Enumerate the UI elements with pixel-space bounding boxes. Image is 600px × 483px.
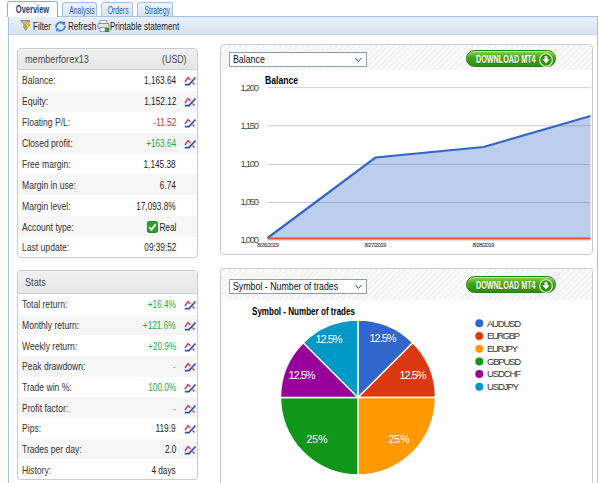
- svg-text:25%: 25%: [388, 433, 409, 445]
- svg-text:EURJPY: EURJPY: [487, 343, 519, 354]
- svg-text:Symbol - Number of trades: Symbol - Number of trades: [252, 305, 355, 317]
- svg-text:EURGBP: EURGBP: [487, 330, 520, 341]
- svg-text:USDJPY: USDJPY: [487, 381, 520, 392]
- svg-text:8/28/2019: 8/28/2019: [472, 242, 495, 248]
- svg-text:8/26/2019: 8/26/2019: [257, 242, 280, 248]
- svg-text:GBPUSD: GBPUSD: [487, 356, 521, 367]
- svg-text:12.5%: 12.5%: [316, 333, 343, 345]
- svg-text:1,100: 1,100: [241, 158, 260, 169]
- svg-text:1,200: 1,200: [241, 82, 260, 93]
- svg-text:12.5%: 12.5%: [400, 369, 427, 381]
- svg-text:USDCHF: USDCHF: [487, 368, 521, 379]
- svg-text:12.5%: 12.5%: [370, 332, 397, 344]
- svg-text:1,050: 1,050: [241, 196, 260, 207]
- svg-text:25%: 25%: [306, 433, 327, 445]
- svg-text:1,150: 1,150: [241, 120, 260, 131]
- svg-text:Balance: Balance: [265, 74, 298, 86]
- svg-text:12.5%: 12.5%: [289, 369, 316, 381]
- svg-text:AUDUSD: AUDUSD: [487, 318, 521, 329]
- svg-text:8/27/2019: 8/27/2019: [364, 242, 387, 248]
